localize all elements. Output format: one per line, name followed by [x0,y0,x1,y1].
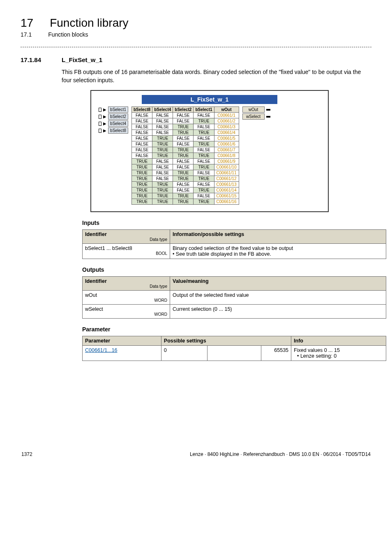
section-body: This FB outputs one of 16 parameterisabl… [62,68,371,84]
truth-header: bSelect8 [132,107,152,113]
subsection-number: 17.1 [21,31,32,38]
param-table: Parameter Possible settings Info C00661/… [82,336,386,361]
fb-diagram: L_FixSet_w_1 ▶bSelect1▶bSelect2▶bSelect4… [90,90,329,212]
truth-header: bSelect2 [173,107,194,113]
inputs-th-id: Identifier [85,231,107,237]
truth-header: wOut [214,107,239,113]
outputs-heading: Outputs [82,266,371,273]
truth-row: TRUEFALSEFALSEFALSEC00661/9 [132,159,239,164]
truth-row: FALSETRUEFALSEFALSEC00661/5 [132,136,239,141]
section-title: L_FixSet_w_1 [62,56,102,63]
param-info2: • Lenze setting: 0 [294,353,337,359]
outputs-row1-id: wSelect [85,306,103,312]
truth-row: TRUETRUETRUEFALSEC00661/15 [132,193,239,199]
truth-table: bSelect8bSelect4bSelect2bSelect1wOut FAL… [131,106,239,205]
truth-row: TRUEFALSETRUEFALSEC00661/11 [132,170,239,176]
param-max: 65535 [261,346,291,361]
truth-row: TRUEFALSEFALSETRUEC00661/10 [132,164,239,170]
param-th-possible: Possible settings [161,336,291,346]
truth-row: FALSETRUETRUETRUEC00661/8 [132,153,239,159]
param-link[interactable]: C00661/1...16 [85,347,118,353]
divider [21,47,371,47]
fb-title: L_FixSet_w_1 [142,95,277,104]
inputs-table: Identifier Data type Information/possibl… [82,229,386,259]
fb-input-bselect2: ▶bSelect2 [99,113,128,120]
outputs-row0-info: Output of the selected fixed value [170,291,386,305]
truth-row: FALSEFALSEFALSETRUEC00661/2 [132,118,239,124]
outputs-row1-info: Current selection (0 ... 15) [170,305,386,319]
fb-input-bselect8: ▶bSelect8 [99,127,128,134]
truth-row: FALSEFALSETRUETRUEC00661/4 [132,130,239,136]
section-number: 17.1.84 [21,56,50,63]
outputs-row0-id: wOut [85,292,97,298]
outputs-row0-dtype: WORD [85,298,167,303]
outputs-table: Identifier Data type Value/meaning wOut … [82,276,386,319]
truth-row: FALSETRUETRUEFALSEC00661/7 [132,147,239,153]
inputs-th-info: Information/possible settings [170,230,386,244]
truth-row: TRUETRUEFALSETRUEC00661/14 [132,187,239,193]
truth-row: TRUETRUEFALSEFALSEC00661/13 [132,182,239,187]
truth-row: TRUEFALSETRUETRUEC00661/12 [132,176,239,182]
outputs-th-id: Identifier [85,278,107,284]
outputs-th-dtype: Data type [85,284,167,289]
inputs-th-dtype: Data type [85,237,167,242]
subsection-title: Function blocks [48,31,88,38]
outputs-row1-dtype: WORD [85,312,167,317]
truth-row: TRUETRUETRUETRUEC00661/16 [132,199,239,205]
param-th-param: Parameter [83,336,161,346]
truth-row: FALSEFALSETRUEFALSEC00661/3 [132,124,239,130]
param-min: 0 [161,346,207,361]
page-number: 1372 [21,451,32,457]
chapter-number: 17 [21,16,33,30]
chapter-title: Function library [50,16,128,30]
fb-output-wselect: wSelect [242,113,270,120]
fb-input-bselect4: ▶bSelect4 [99,120,128,127]
fb-output-wout: wOut [242,106,270,113]
param-info1: Fixed values 0 ... 15 [294,347,340,353]
truth-row: FALSEFALSEFALSEFALSEC00661/1 [132,113,239,118]
outputs-th-info: Value/meaning [170,277,386,291]
fb-input-bselect1: ▶bSelect1 [99,106,128,113]
truth-row: FALSETRUEFALSETRUEC00661/6 [132,141,239,147]
inputs-row-info2: • See truth table displayed in the FB ab… [173,251,271,257]
param-heading: Parameter [82,326,371,333]
truth-header: bSelect4 [152,107,173,113]
truth-header: bSelect1 [194,107,214,113]
inputs-row-id: bSelect1 ... bSelect8 [85,245,132,251]
footer-right: Lenze · 8400 HighLine · Referenzhandbuch… [190,451,371,457]
param-th-info: Info [291,336,386,346]
inputs-row-dtype: BOOL [85,251,167,256]
inputs-heading: Inputs [82,220,371,226]
inputs-row-info1: Binary coded selection of the fixed valu… [173,245,293,251]
